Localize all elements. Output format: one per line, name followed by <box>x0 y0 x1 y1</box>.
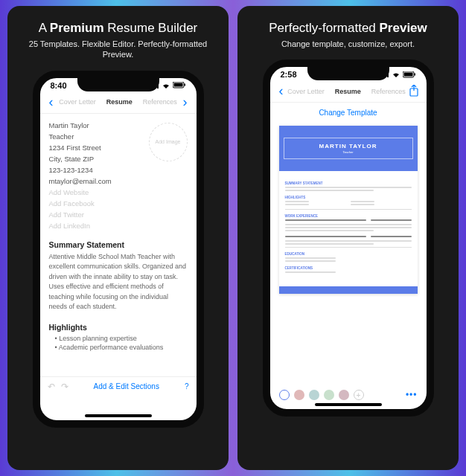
status-time: 8:40 <box>51 81 67 90</box>
preview-section-label: CERTIFICATIONS <box>285 266 412 270</box>
subheadline: Change template, customize, export. <box>281 39 415 49</box>
highlight-item[interactable]: • Lesson planning expertise <box>49 335 188 342</box>
svg-rect-12 <box>403 72 412 76</box>
preview-role: Teacher <box>289 150 408 154</box>
tab-cover-letter[interactable]: Cover Letter <box>59 98 96 106</box>
highlight-item[interactable]: • Academic performance evaluations <box>49 344 188 351</box>
resume-preview[interactable]: MARTIN TAYLOR Teacher SUMMARY STATEMENT … <box>279 126 418 294</box>
preview-body: SUMMARY STATEMENT HIGHLIGHTS WORK EXPERI… <box>279 171 418 280</box>
share-icon[interactable] <box>409 85 419 98</box>
preview-section-label: EDUCATION <box>285 252 412 256</box>
phone-frame: 2:58 ‹ Cover Letter Resume References Ch… <box>263 60 434 416</box>
footer-bar: ↶ ↷ Add & Edit Sections ? <box>40 376 197 396</box>
battery-icon <box>403 71 416 78</box>
wifi-icon <box>162 83 170 89</box>
nav-back-icon[interactable]: ‹ <box>278 83 285 99</box>
more-options-icon[interactable]: ••• <box>406 390 418 400</box>
color-swatch-row: + ••• <box>270 390 427 400</box>
color-swatch[interactable] <box>324 390 334 400</box>
svg-rect-6 <box>184 84 185 86</box>
color-swatch-selected[interactable] <box>279 390 290 400</box>
preview-section-label: SUMMARY STATEMENT <box>285 181 412 185</box>
screenshot-card-editor: A Premium Resume Builder 25 Templates. F… <box>7 6 229 470</box>
screenshot-card-preview: Perfectly-formatted Preview Change templ… <box>237 6 459 470</box>
phone-notch <box>307 67 389 80</box>
tab-cover-letter[interactable]: Cover Letter <box>287 88 325 95</box>
headline: A Premium Resume Builder <box>39 21 198 36</box>
headline: Perfectly-formatted Preview <box>269 21 427 36</box>
tab-references[interactable]: References <box>371 88 406 95</box>
editor-content: Add Image Martin Taylor Teacher 1234 Fir… <box>40 114 197 396</box>
field-facebook[interactable]: Add Facebook <box>49 199 188 208</box>
status-time: 2:58 <box>281 70 297 79</box>
color-swatch[interactable] <box>309 390 319 400</box>
phone-frame: 8:40 ‹ Cover Letter Resume References › … <box>33 71 204 428</box>
tab-resume[interactable]: Resume <box>335 88 361 95</box>
add-edit-sections-button[interactable]: Add & Edit Sections <box>74 382 179 390</box>
nav-bar: ‹ Cover Letter Resume References <box>270 80 427 103</box>
summary-title: Summary Statement <box>49 240 188 249</box>
add-color-button[interactable]: + <box>354 390 364 400</box>
field-phone[interactable]: 123-123-1234 <box>49 166 188 174</box>
summary-text[interactable]: Attentive Middle School Math Teacher wit… <box>49 252 188 312</box>
preview-name: MARTIN TAYLOR <box>289 143 408 149</box>
redo-icon[interactable]: ↷ <box>61 382 68 392</box>
nav-forward-icon[interactable]: › <box>182 94 189 110</box>
color-swatch[interactable] <box>339 390 349 400</box>
svg-rect-5 <box>173 83 182 87</box>
color-swatch[interactable] <box>294 390 304 400</box>
tab-resume[interactable]: Resume <box>106 98 133 106</box>
preview-header: MARTIN TAYLOR Teacher <box>279 126 418 171</box>
home-indicator[interactable] <box>85 414 152 417</box>
help-icon[interactable]: ? <box>185 382 189 390</box>
phone-notch <box>77 78 159 91</box>
preview-footer <box>279 286 418 294</box>
nav-back-icon[interactable]: ‹ <box>48 94 55 110</box>
subheadline: 25 Templates. Flexible Editor. Perfectly… <box>18 39 218 60</box>
home-indicator[interactable] <box>315 403 382 406</box>
change-template-link[interactable]: Change Template <box>270 103 427 120</box>
tab-references[interactable]: References <box>143 98 177 106</box>
preview-area: MARTIN TAYLOR Teacher SUMMARY STATEMENT … <box>270 120 427 300</box>
field-linkedin[interactable]: Add LinkedIn <box>49 222 188 230</box>
battery-icon <box>173 82 186 89</box>
tab-row: Cover Letter Resume References <box>55 98 182 106</box>
svg-rect-13 <box>414 73 415 75</box>
add-image-button[interactable]: Add Image <box>149 123 188 161</box>
field-email[interactable]: mtaylor@email.com <box>49 177 188 185</box>
field-website[interactable]: Add Website <box>49 188 188 196</box>
tab-row: Cover Letter Resume References <box>285 88 409 95</box>
highlights-title: Highlights <box>49 323 188 332</box>
undo-icon[interactable]: ↶ <box>48 382 55 392</box>
wifi-icon <box>392 71 400 77</box>
nav-bar: ‹ Cover Letter Resume References › <box>40 91 197 114</box>
field-twitter[interactable]: Add Twitter <box>49 210 188 219</box>
